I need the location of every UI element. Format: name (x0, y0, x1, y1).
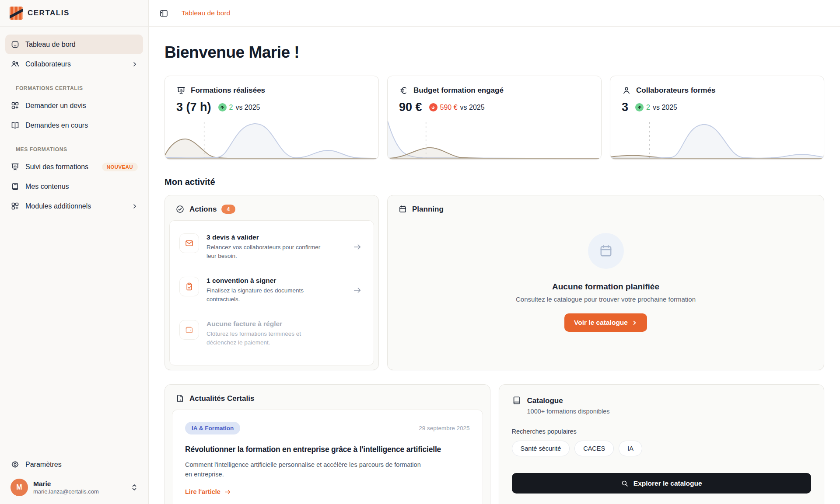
search-tag-ia[interactable]: IA (619, 441, 642, 456)
activity-row: Actions 4 3 devis à valider Relancez vos… (164, 195, 824, 370)
action-item-devis[interactable]: 3 devis à valider Relancez vos collabora… (172, 225, 371, 268)
check-circle-icon (175, 205, 185, 214)
sidebar-item-label: Demander un devis (25, 102, 86, 110)
sidebar-item-label: Mes contenus (25, 183, 69, 191)
planning-panel: Planning Aucune formation planifiée Cons… (387, 195, 824, 370)
planning-empty-desc: Consultez le catalogue pour trouver votr… (516, 295, 696, 303)
lire-article-link[interactable]: Lire l'article (185, 488, 231, 496)
gear-icon (10, 460, 20, 469)
actions-panel: Actions 4 3 devis à valider Relancez vos… (164, 195, 379, 370)
breadcrumb[interactable]: Tableau de bord (182, 9, 230, 17)
actions-list: 3 devis à valider Relancez vos collabora… (169, 220, 374, 365)
topbar: Tableau de bord (149, 0, 840, 27)
notebook-icon (10, 182, 20, 191)
sparkline-chart (165, 118, 378, 159)
sidebar-item-label: Demandes en cours (25, 122, 88, 129)
voir-catalogue-button[interactable]: Voir le catalogue (564, 313, 647, 332)
user-menu[interactable]: M Marie marie.lanza@certalis.com (5, 474, 143, 498)
article-tag-badge: IA & Formation (185, 422, 240, 434)
trend-down-icon (429, 103, 438, 111)
article-title: Révolutionner la formation en entreprise… (185, 445, 470, 454)
news-panel: Actualités Certalis IA & Formation 29 se… (164, 384, 490, 504)
trend-up-icon (635, 103, 644, 111)
article-excerpt: Comment l'intelligence artificielle pers… (185, 460, 421, 480)
sidebar-item-parametres[interactable]: Paramètres (5, 455, 143, 474)
book-open-icon (10, 121, 20, 130)
action-item-convention[interactable]: 1 convention à signer Finalisez la signa… (172, 268, 371, 312)
stats-row: Formations réalisées 3 (7 h) 2 vs 2025 (164, 76, 824, 160)
stat-title: Budget formation engagé (413, 86, 504, 95)
sparkline-chart (388, 118, 601, 159)
stat-delta: 2 vs 2025 (635, 103, 677, 111)
sidebar-item-tableau-de-bord[interactable]: Tableau de bord (5, 35, 143, 54)
news-article-card[interactable]: IA & Formation 29 septembre 2025 Révolut… (172, 410, 483, 504)
sidebar-item-label: Tableau de bord (25, 41, 76, 49)
planning-empty-title: Aucune formation planifiée (552, 282, 659, 292)
dashboard-content: Bienvenue Marie ! Formations réalisées 3… (149, 27, 840, 504)
sidebar-item-collaborateurs[interactable]: Collaborateurs (5, 54, 143, 74)
sidebar-toggle-icon[interactable] (159, 9, 168, 18)
users-icon (10, 59, 20, 69)
sidebar-item-suivi-des-formations[interactable]: Suivi des formations NOUVEAU (5, 157, 143, 177)
chevron-right-icon (132, 203, 138, 209)
delta-value: 2 (229, 104, 233, 111)
stat-value: 3 (622, 101, 628, 114)
sidebar-item-mes-contenus[interactable]: Mes contenus (5, 177, 143, 196)
stat-delta: 590 € vs 2025 (429, 103, 485, 111)
arrow-right-icon (224, 488, 231, 496)
user-icon (622, 86, 631, 95)
brand-header: CERTALIS (0, 0, 148, 27)
action-title: Aucune facture à régler (206, 320, 326, 328)
sidebar-item-label: Suivi des formations (25, 163, 88, 171)
user-name: Marie (33, 480, 126, 488)
stat-value: 90 € (399, 101, 422, 114)
sidebar-footer: Paramètres M Marie marie.lanza@certalis.… (0, 455, 148, 504)
sidebar-item-label: Paramètres (25, 461, 62, 469)
wallet-icon (179, 320, 199, 340)
stat-card-formations-realisees[interactable]: Formations réalisées 3 (7 h) 2 vs 2025 (164, 76, 379, 160)
user-email: marie.lanza@certalis.com (33, 488, 126, 495)
page-title: Bienvenue Marie ! (164, 43, 824, 62)
sidebar-item-demander-un-devis[interactable]: Demander un devis (5, 96, 143, 115)
article-date: 29 septembre 2025 (419, 425, 469, 431)
calendar-empty-icon (588, 233, 624, 269)
delta-compare: vs 2025 (235, 104, 260, 111)
section-title-mon-activite: Mon activité (164, 177, 824, 187)
news-title: Actualités Certalis (189, 394, 254, 403)
sidebar-item-modules-additionnels[interactable]: Modules additionnels (5, 196, 143, 216)
action-desc: Relancez vos collaborateurs pour confirm… (206, 243, 326, 260)
nouveau-badge: NOUVEAU (102, 163, 138, 171)
main-area: Tableau de bord Bienvenue Marie ! Format… (149, 0, 840, 504)
sidebar-item-label: Modules additionnels (25, 202, 91, 210)
stat-card-collaborateurs-formes[interactable]: Collaborateurs formés 3 2 vs 2025 (610, 76, 824, 160)
sidebar-item-demandes-en-cours[interactable]: Demandes en cours (5, 115, 143, 135)
explorer-catalogue-button[interactable]: Explorer le catalogue (512, 473, 812, 494)
document-star-icon (175, 394, 185, 403)
brand-name: CERTALIS (28, 9, 70, 17)
book-icon (512, 396, 522, 405)
envelope-icon (179, 233, 199, 253)
stat-card-budget-formation[interactable]: Budget formation engagé 90 € 590 € vs 20… (387, 76, 602, 160)
trend-up-icon (218, 103, 227, 111)
sidebar-section-title: MES FORMATIONS (16, 146, 133, 153)
actions-title: Actions (189, 205, 217, 214)
planning-empty-state: Aucune formation planifiée Consultez le … (388, 233, 824, 332)
popular-searches-label: Recherches populaires (512, 428, 812, 435)
search-tag-sante-securite[interactable]: Santé sécurité (512, 441, 570, 456)
certalis-logo-icon (10, 7, 23, 20)
delta-compare: vs 2025 (653, 104, 677, 111)
grid-plus-icon (10, 202, 20, 211)
action-desc: Finalisez la signature des documents con… (206, 286, 326, 303)
sidebar-item-label: Collaborateurs (25, 60, 71, 68)
chevrons-up-down-icon (131, 483, 138, 491)
sparkline-chart (610, 118, 824, 159)
catalog-title: Catalogue (527, 396, 610, 406)
action-title: 1 convention à signer (206, 277, 326, 285)
action-item-facture: Aucune facture à régler Clôturez les for… (172, 312, 371, 355)
stat-title: Collaborateurs formés (636, 86, 715, 95)
presentation-chart-icon (176, 86, 186, 95)
actions-count-badge: 4 (221, 205, 235, 214)
search-tag-caces[interactable]: CACES (574, 441, 614, 456)
chevron-right-icon (132, 61, 138, 67)
delta-value: 2 (646, 104, 650, 111)
